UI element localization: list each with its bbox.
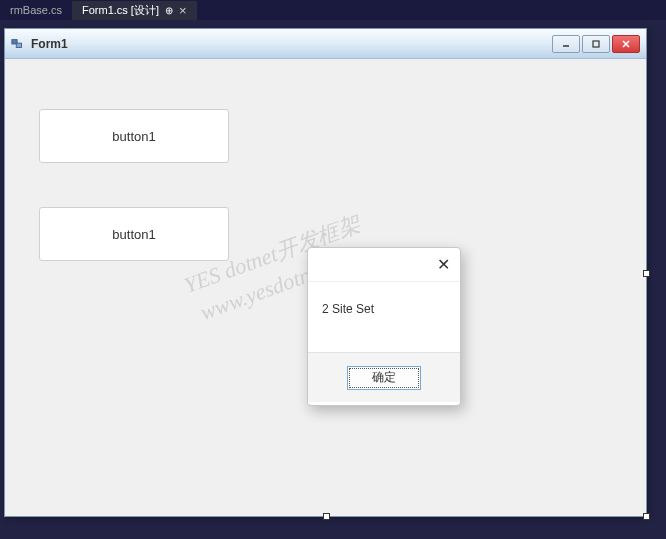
form-client-area[interactable]: YES dotnet开发框架 www.yesdotnet.com button1… [5,59,646,516]
resize-handle-right[interactable] [643,270,650,277]
maximize-button[interactable] [582,35,610,53]
dialog-footer: 确定 [308,352,460,402]
resize-handle-corner[interactable] [643,513,650,520]
close-icon[interactable]: × [179,3,187,18]
tab-active[interactable]: Form1.cs [设计] ⊕ × [72,1,197,20]
button1[interactable]: button1 [39,109,229,163]
app-icon [11,37,25,51]
resize-handle-bottom[interactable] [323,513,330,520]
ok-button[interactable]: 确定 [347,366,421,390]
maximize-icon [591,39,601,49]
titlebar[interactable]: Form1 [5,29,646,59]
close-button[interactable] [612,35,640,53]
tab-label: rmBase.cs [10,4,62,16]
svg-rect-1 [16,43,21,47]
designer-surface[interactable]: Form1 YES dotnet开发框架 www.yesdotnet.com b… [0,20,666,539]
tab-strip: rmBase.cs Form1.cs [设计] ⊕ × [0,0,666,20]
tab-inactive[interactable]: rmBase.cs [0,2,72,18]
dialog-message: 2 Site Set [308,282,460,352]
minimize-button[interactable] [552,35,580,53]
pin-icon[interactable]: ⊕ [165,5,173,16]
dialog-header: ✕ [308,248,460,282]
close-icon[interactable]: ✕ [437,255,450,274]
close-icon [621,39,631,49]
minimize-icon [561,39,571,49]
window-title: Form1 [31,37,552,51]
button2[interactable]: button1 [39,207,229,261]
svg-rect-3 [593,41,599,47]
tab-label: Form1.cs [设计] [82,3,159,18]
message-dialog: ✕ 2 Site Set 确定 [307,247,461,406]
window-controls [552,35,640,53]
form-window[interactable]: Form1 YES dotnet开发框架 www.yesdotnet.com b… [4,28,647,517]
